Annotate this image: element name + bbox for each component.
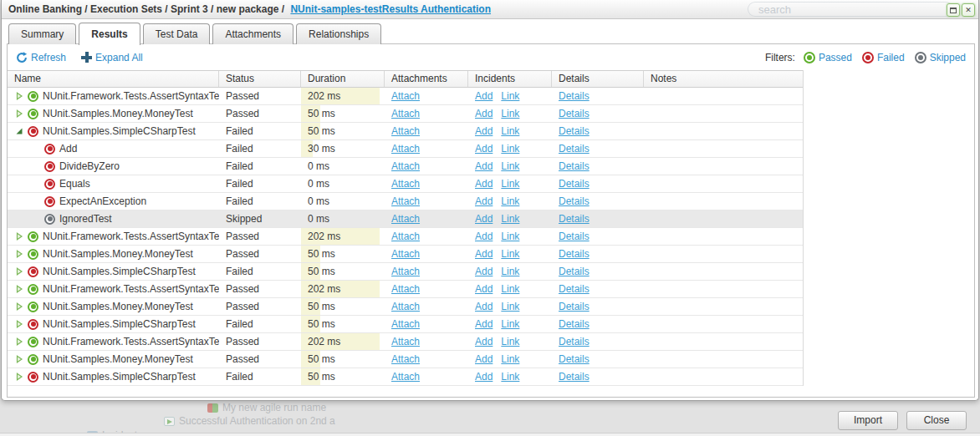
table-row[interactable]: NUnit.Samples.Money.MoneyTest Passed 50 …: [8, 246, 803, 263]
add-incident-link[interactable]: Add: [475, 336, 493, 347]
attach-link[interactable]: Attach: [391, 143, 420, 155]
add-incident-link[interactable]: Add: [475, 283, 493, 295]
add-incident-link[interactable]: Add: [475, 108, 493, 119]
table-row[interactable]: NUnit.Samples.SimpleCSharpTest Failed 50…: [8, 368, 803, 386]
column-header-notes[interactable]: Notes: [644, 71, 803, 87]
expander[interactable]: [14, 354, 24, 364]
details-link[interactable]: Details: [559, 318, 590, 330]
table-row[interactable]: DivideByZero Failed 0 ms Attach Add Link…: [8, 158, 803, 175]
add-incident-link[interactable]: Add: [475, 178, 493, 190]
details-link[interactable]: Details: [559, 143, 590, 155]
tab-test-data[interactable]: Test Data: [143, 23, 211, 44]
table-row[interactable]: NUnit.Framework.Tests.AssertSyntaxTe... …: [8, 333, 803, 351]
table-row[interactable]: NUnit.Samples.Money.MoneyTest Passed 50 …: [8, 351, 803, 368]
details-link[interactable]: Details: [559, 301, 590, 312]
table-row[interactable]: Equals Failed 0 ms Attach Add Link Detai…: [8, 175, 803, 193]
link-incident-link[interactable]: Link: [501, 371, 519, 383]
attach-link[interactable]: Attach: [391, 231, 420, 242]
attach-link[interactable]: Attach: [391, 353, 420, 365]
table-row[interactable]: ExpectAnException Failed 0 ms Attach Add…: [8, 193, 803, 210]
attach-link[interactable]: Attach: [391, 301, 420, 312]
table-row[interactable]: IgnoredTest Skipped 0 ms Attach Add Link…: [8, 210, 803, 228]
tab-attachments[interactable]: Attachments: [212, 23, 293, 44]
breadcrumb-current-link[interactable]: NUnit-samples-testResults Authentication: [290, 3, 491, 15]
link-incident-link[interactable]: Link: [501, 266, 519, 277]
details-link[interactable]: Details: [559, 195, 590, 207]
link-incident-link[interactable]: Link: [501, 108, 519, 119]
tab-summary[interactable]: Summary: [8, 23, 76, 44]
expander[interactable]: [14, 302, 24, 312]
expander[interactable]: [14, 231, 24, 241]
table-row[interactable]: NUnit.Samples.Money.MoneyTest Passed 50 …: [8, 105, 803, 123]
link-incident-link[interactable]: Link: [501, 125, 519, 137]
details-link[interactable]: Details: [559, 108, 590, 119]
link-incident-link[interactable]: Link: [501, 160, 519, 172]
attach-link[interactable]: Attach: [391, 90, 420, 102]
add-incident-link[interactable]: Add: [475, 371, 493, 383]
details-link[interactable]: Details: [559, 266, 590, 277]
add-incident-link[interactable]: Add: [475, 195, 493, 207]
details-link[interactable]: Details: [559, 160, 590, 172]
add-incident-link[interactable]: Add: [475, 353, 493, 365]
add-incident-link[interactable]: Add: [475, 248, 493, 260]
filter-skipped[interactable]: Skipped: [915, 52, 966, 63]
attach-link[interactable]: Attach: [391, 125, 420, 137]
details-link[interactable]: Details: [559, 353, 590, 365]
expander[interactable]: [14, 337, 24, 347]
column-header-duration[interactable]: Duration: [301, 71, 385, 87]
expander[interactable]: [14, 249, 24, 259]
add-incident-link[interactable]: Add: [475, 318, 493, 330]
add-incident-link[interactable]: Add: [475, 90, 493, 102]
column-header-name[interactable]: Name: [8, 71, 219, 87]
link-incident-link[interactable]: Link: [501, 248, 519, 260]
table-row[interactable]: NUnit.Samples.SimpleCSharpTest Failed 50…: [8, 263, 803, 281]
add-incident-link[interactable]: Add: [475, 231, 493, 242]
table-row[interactable]: NUnit.Samples.Money.MoneyTest Passed 50 …: [8, 298, 803, 316]
filter-failed[interactable]: Failed: [862, 52, 905, 63]
details-link[interactable]: Details: [559, 336, 590, 347]
link-incident-link[interactable]: Link: [501, 90, 519, 102]
maximize-button[interactable]: [947, 3, 960, 17]
link-incident-link[interactable]: Link: [501, 195, 519, 207]
details-link[interactable]: Details: [559, 213, 590, 225]
attach-link[interactable]: Attach: [391, 318, 420, 330]
filter-passed[interactable]: Passed: [804, 52, 852, 63]
link-incident-link[interactable]: Link: [501, 231, 519, 242]
column-header-status[interactable]: Status: [219, 71, 301, 87]
refresh-button[interactable]: Refresh: [16, 52, 66, 63]
details-link[interactable]: Details: [559, 371, 590, 383]
add-incident-link[interactable]: Add: [475, 125, 493, 137]
attach-link[interactable]: Attach: [391, 178, 420, 190]
link-incident-link[interactable]: Link: [501, 301, 519, 312]
column-header-details[interactable]: Details: [552, 71, 644, 87]
expander[interactable]: [14, 126, 24, 136]
close-button[interactable]: Close: [906, 411, 967, 430]
table-row[interactable]: NUnit.Framework.Tests.AssertSyntaxTe... …: [8, 228, 803, 246]
link-incident-link[interactable]: Link: [501, 178, 519, 190]
table-row[interactable]: NUnit.Framework.Tests.AssertSyntaxTe... …: [8, 281, 803, 298]
add-incident-link[interactable]: Add: [475, 266, 493, 277]
add-incident-link[interactable]: Add: [475, 143, 493, 155]
link-incident-link[interactable]: Link: [501, 213, 519, 225]
add-incident-link[interactable]: Add: [475, 160, 493, 172]
attach-link[interactable]: Attach: [391, 160, 420, 172]
column-header-attachments[interactable]: Attachments: [385, 71, 468, 87]
link-incident-link[interactable]: Link: [501, 283, 519, 295]
tab-relationships[interactable]: Relationships: [296, 23, 381, 44]
details-link[interactable]: Details: [559, 231, 590, 242]
expander[interactable]: [14, 372, 24, 382]
import-button[interactable]: Import: [838, 411, 898, 430]
attach-link[interactable]: Attach: [391, 213, 420, 225]
expander[interactable]: [14, 109, 24, 119]
expander[interactable]: [14, 319, 24, 329]
link-incident-link[interactable]: Link: [501, 336, 519, 347]
dialog-close-button[interactable]: ✕: [962, 3, 975, 17]
expander[interactable]: [14, 91, 24, 101]
tab-results[interactable]: Results: [79, 23, 140, 45]
attach-link[interactable]: Attach: [391, 371, 420, 383]
link-incident-link[interactable]: Link: [501, 318, 519, 330]
table-row[interactable]: NUnit.Framework.Tests.AssertSyntaxTe... …: [8, 88, 803, 105]
details-link[interactable]: Details: [559, 90, 590, 102]
table-row[interactable]: Add Failed 30 ms Attach Add Link Details: [8, 140, 803, 158]
attach-link[interactable]: Attach: [391, 248, 420, 260]
